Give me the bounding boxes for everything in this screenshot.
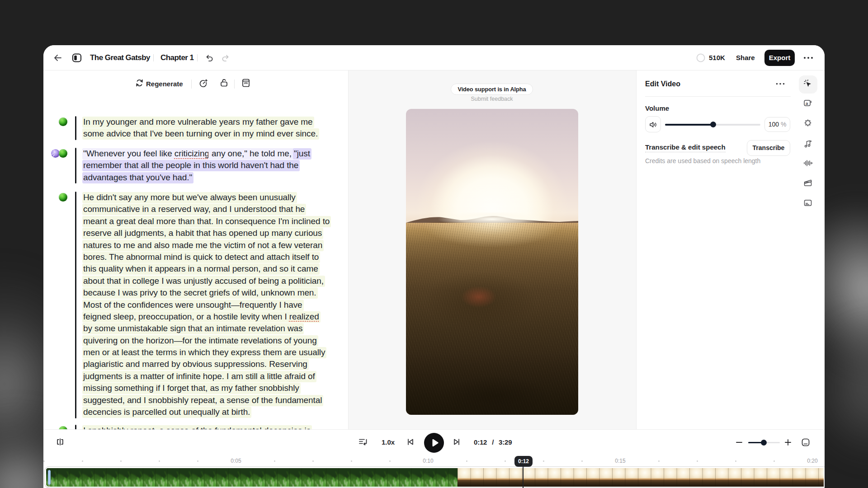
svg-text:a: a — [806, 101, 808, 106]
